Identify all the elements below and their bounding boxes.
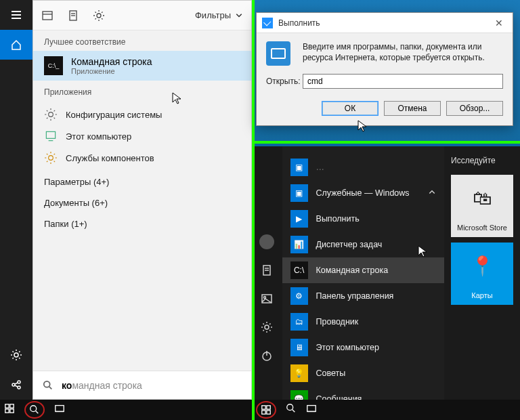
tiles-group-label: Исследуйте (451, 156, 513, 165)
control-panel-icon: ⚙ (290, 287, 308, 305)
search-icon (43, 380, 53, 391)
category-settings[interactable]: Параметры (4+) (33, 171, 251, 192)
filters-dropdown[interactable]: Фильтры (195, 10, 243, 20)
category-documents[interactable]: Документы (6+) (33, 192, 251, 213)
start-item-this-pc[interactable]: 🖥Этот компьютер (282, 335, 444, 360)
this-pc-icon (44, 129, 58, 143)
home-icon[interactable] (0, 30, 32, 60)
best-match-heading: Лучшее соответствие (33, 30, 251, 51)
user-avatar-button[interactable] (252, 228, 282, 256)
pictures-icon[interactable] (252, 285, 282, 313)
panel-icon[interactable] (41, 9, 53, 22)
search-text: командная строка (62, 380, 142, 391)
ok-button[interactable]: ОК (322, 101, 378, 116)
cmd-icon: C:\ (290, 261, 308, 279)
power-icon[interactable] (252, 341, 282, 370)
apps-heading: Приложения (33, 81, 251, 101)
pc-icon: 🖥 (290, 339, 308, 356)
app-result[interactable]: Этот компьютер (33, 125, 251, 147)
run-open-label: Открыть: (266, 77, 296, 86)
run-dialog-title: Выполнить (278, 18, 320, 28)
folder-icon: ▣ (290, 159, 308, 176)
start-rail (252, 146, 282, 400)
taskbar-search-button[interactable] (286, 403, 297, 417)
run-body-icon (266, 41, 290, 66)
msconfig-icon (44, 108, 58, 121)
browse-button[interactable]: Обзор... (446, 101, 503, 116)
run-icon: ▶ (290, 210, 308, 228)
left-nav-rail (0, 0, 32, 400)
store-icon: 🛍 (473, 187, 492, 209)
best-match-result[interactable]: C:\_ Командная строка Приложение (33, 51, 251, 81)
start-apps-column: ▣ … ▣ Служебные — Windows ▶Выполнить 📊Ди… (282, 146, 444, 400)
gear-icon[interactable] (93, 9, 105, 22)
chevron-up-icon (428, 188, 436, 196)
start-folder-row[interactable]: ▣ … (282, 154, 444, 180)
maps-icon: 📍 (471, 255, 494, 277)
start-button[interactable] (256, 401, 276, 419)
start-button[interactable] (4, 403, 15, 417)
document-icon[interactable] (67, 9, 79, 22)
search-flyout: Фильтры Лучшее соответствие C:\_ Командн… (32, 0, 252, 400)
component-services-icon (44, 151, 58, 165)
start-folder-windows-system[interactable]: ▣ Служебные — Windows (282, 180, 444, 206)
taskbar-left (0, 400, 252, 420)
settings-icon[interactable] (252, 313, 282, 341)
share-icon[interactable] (0, 370, 32, 400)
start-tiles-column: Исследуйте 🛍 Microsoft Store 📍 Карты (444, 146, 520, 400)
close-icon[interactable]: ✕ (491, 18, 507, 28)
best-match-subtitle: Приложение (71, 67, 152, 75)
start-menu: ▣ … ▣ Служебные — Windows ▶Выполнить 📊Ди… (252, 146, 520, 400)
filters-label: Фильтры (195, 10, 231, 20)
task-view-button[interactable] (306, 403, 317, 417)
cmd-icon: C:\_ (44, 56, 63, 75)
tile-microsoft-store[interactable]: 🛍 Microsoft Store (451, 175, 513, 237)
hamburger-icon[interactable] (0, 0, 32, 30)
app-result[interactable]: Службы компонентов (33, 147, 251, 169)
start-item-run[interactable]: ▶Выполнить (282, 206, 444, 232)
taskmgr-icon: 📊 (290, 236, 308, 253)
cancel-button[interactable]: Отмена (384, 101, 441, 116)
start-item-control-panel[interactable]: ⚙Панель управления (282, 283, 444, 309)
documents-icon[interactable] (252, 256, 282, 285)
start-item-cmd[interactable]: C:\Командная строка (282, 257, 444, 283)
tile-maps[interactable]: 📍 Карты (451, 243, 513, 305)
app-result[interactable]: Конфигурация системы (33, 104, 251, 125)
apps-list: Конфигурация системы Этот компьютер Служ… (33, 101, 251, 171)
tips-icon: 💡 (290, 364, 308, 382)
svg-rect-26 (46, 131, 55, 138)
taskbar-right (252, 400, 520, 420)
start-item-taskmgr[interactable]: 📊Диспетчер задач (282, 232, 444, 257)
explorer-icon: 🗂 (290, 313, 308, 331)
folder-icon: ▣ (290, 184, 308, 202)
run-description: Введите имя программы, папки, документа … (303, 41, 503, 63)
search-input[interactable]: командная строка (33, 371, 251, 399)
run-dialog-icon (262, 18, 273, 28)
taskbar-search-button[interactable] (24, 401, 45, 419)
settings-gear-icon[interactable] (0, 340, 32, 370)
task-view-button[interactable] (54, 403, 65, 417)
run-dialog: Выполнить ✕ Введите имя программы, папки… (256, 12, 513, 126)
start-item-tips[interactable]: 💡Советы (282, 360, 444, 386)
chevron-down-icon (235, 12, 243, 20)
category-folders[interactable]: Папки (1+) (33, 213, 251, 234)
run-command-input[interactable] (303, 74, 503, 89)
start-item-explorer[interactable]: 🗂Проводник (282, 309, 444, 335)
best-match-title: Командная строка (71, 56, 152, 67)
